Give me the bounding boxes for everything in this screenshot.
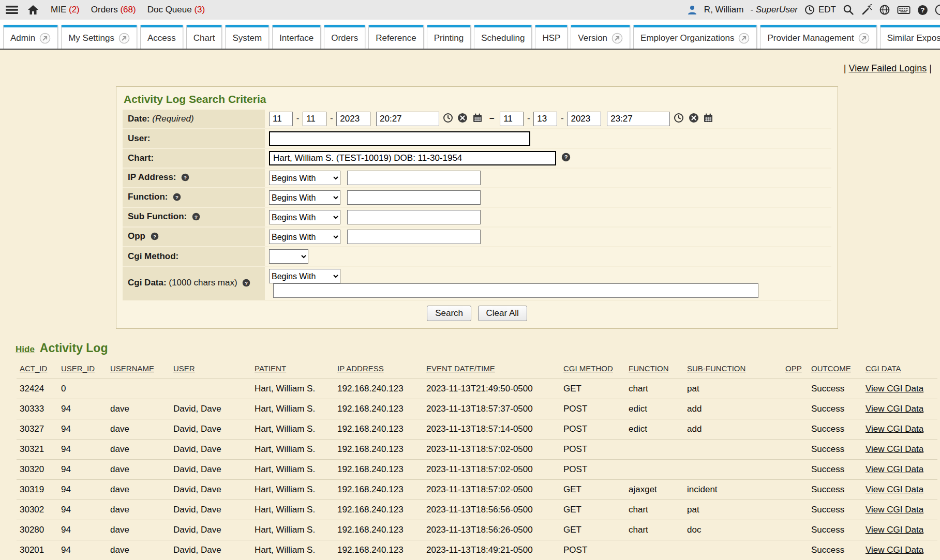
home-icon[interactable] [27,4,39,16]
date-from-year-input[interactable] [336,112,370,126]
cgi-data-input[interactable] [273,283,758,298]
tab[interactable]: My Settings [61,25,137,49]
column-sort-link[interactable]: OPP [785,364,802,373]
ip-match-select[interactable]: Begins With [269,171,340,185]
globe-icon[interactable] [879,4,890,16]
external-link-icon[interactable] [39,33,51,44]
tab[interactable]: HSP [535,25,568,49]
view-cgi-data-link[interactable]: View CGI Data [866,505,923,514]
date-from-time-input[interactable] [376,112,439,126]
view-cgi-data-link[interactable]: View CGI Data [866,464,923,474]
search-button[interactable]: Search [427,306,471,321]
function-input[interactable] [347,190,481,205]
column-sort-link[interactable]: SUB-FUNCTION [687,364,745,373]
table-row[interactable]: 32424 0 Hart, William S. 192.168.240.123… [17,379,937,399]
opp-help-icon[interactable]: ? [151,232,159,243]
tab[interactable]: Chart [186,25,222,49]
keyboard-icon[interactable] [897,5,911,15]
ip-help-icon[interactable]: ? [181,173,189,184]
tab[interactable]: Admin [3,25,58,49]
column-sort-link[interactable]: OUTCOME [811,364,851,373]
view-cgi-data-link[interactable]: View CGI Data [866,545,923,555]
wand-icon[interactable] [861,4,872,16]
column-sort-link[interactable]: USER_ID [61,364,95,373]
topbar-nav-link[interactable]: Orders (68) [91,5,136,15]
tab[interactable]: Printing [427,25,471,49]
clear-date-icon[interactable] [457,113,468,126]
column-sort-link[interactable]: PATIENT [255,364,286,373]
tab[interactable]: Interface [272,25,321,49]
sub-function-input[interactable] [347,210,481,224]
sub-function-help-icon[interactable]: ? [192,213,200,223]
tab[interactable]: Reference [368,25,423,49]
table-row[interactable]: 30280 94 dave David, Dave Hart, William … [17,520,937,540]
cgi-data-match-select[interactable]: Begins With [269,269,340,283]
column-sort-link[interactable]: CGI DATA [866,364,901,373]
external-link-icon[interactable] [611,33,623,44]
ip-input[interactable] [347,171,481,185]
tab[interactable]: Access [140,25,183,49]
view-cgi-data-link[interactable]: View CGI Data [866,384,923,393]
column-sort-link[interactable]: IP ADDRESS [337,364,384,373]
view-cgi-data-link[interactable]: View CGI Data [866,424,923,434]
time-picker-icon[interactable] [674,113,684,126]
external-link-icon[interactable] [118,33,130,44]
tab[interactable]: Orders [324,25,365,49]
cgi-data-help-icon[interactable]: ? [242,279,250,290]
table-row[interactable]: 30327 94 dave David, Dave Hart, William … [17,419,937,440]
column-sort-link[interactable]: USER [173,364,195,373]
view-cgi-data-link[interactable]: View CGI Data [866,404,923,414]
column-sort-link[interactable]: FUNCTION [629,364,669,373]
table-row[interactable]: 30320 94 dave David, Dave Hart, William … [17,460,937,480]
column-sort-link[interactable]: USERNAME [110,364,154,373]
topbar-user-name[interactable]: R, William [704,5,744,15]
tab[interactable]: Provider Management [760,25,876,49]
cgi-method-select[interactable] [269,249,308,264]
column-sort-link[interactable]: EVENT DATE/TIME [426,364,495,373]
date-to-time-input[interactable] [607,112,670,126]
clock-icon[interactable] [804,5,815,15]
clear-date-icon[interactable] [689,113,699,126]
opp-match-select[interactable]: Begins With [269,230,340,244]
tab[interactable]: Employer Organizations [633,25,757,49]
date-to-month-input[interactable] [500,112,524,126]
external-link-icon[interactable] [738,33,750,44]
table-row[interactable]: 30201 94 dave David, Dave Hart, William … [17,540,937,560]
date-to-day-input[interactable] [533,112,557,126]
search-icon[interactable] [843,4,854,16]
table-row[interactable]: 30319 94 dave David, Dave Hart, William … [17,480,937,500]
hamburger-menu-icon[interactable] [5,4,19,16]
external-link-icon[interactable] [858,33,870,44]
view-cgi-data-link[interactable]: View CGI Data [866,444,923,454]
tab[interactable]: Scheduling [474,25,532,49]
tab[interactable]: Similar Expos [880,25,940,49]
sub-function-match-select[interactable]: Begins With [269,210,340,224]
calendar-icon[interactable] [703,113,713,126]
date-from-day-input[interactable] [303,112,326,126]
tab[interactable]: Version [571,25,630,49]
column-sort-link[interactable]: ACT_ID [20,364,47,373]
topbar-nav-link[interactable]: MIE (2) [51,5,80,15]
help-icon[interactable]: ? [917,5,928,16]
calendar-icon[interactable] [472,113,483,126]
date-from-month-input[interactable] [269,112,293,126]
view-cgi-data-link[interactable]: View CGI Data [866,525,923,535]
table-row[interactable]: 30302 94 dave David, Dave Hart, William … [17,500,937,520]
table-row[interactable]: 30333 94 dave David, Dave Hart, William … [17,399,937,419]
clear-all-button[interactable]: Clear All [478,306,527,321]
hide-log-link[interactable]: Hide [16,344,35,355]
chart-help-icon[interactable]: ? [561,153,571,164]
user-input[interactable] [269,131,530,146]
function-match-select[interactable]: Begins With [269,190,340,205]
date-to-year-input[interactable] [567,112,601,126]
topbar-nav-link[interactable]: Doc Queue (3) [147,5,205,15]
profile-circle-icon[interactable] [935,4,940,16]
tab[interactable]: System [225,25,269,49]
opp-input[interactable] [347,230,481,244]
table-row[interactable]: 30321 94 dave David, Dave Hart, William … [17,440,937,460]
column-sort-link[interactable]: CGI METHOD [563,364,613,373]
time-picker-icon[interactable] [443,113,453,126]
chart-input[interactable] [269,151,556,165]
function-help-icon[interactable]: ? [173,193,181,204]
view-failed-logins-link[interactable]: View Failed Logins [849,63,927,73]
